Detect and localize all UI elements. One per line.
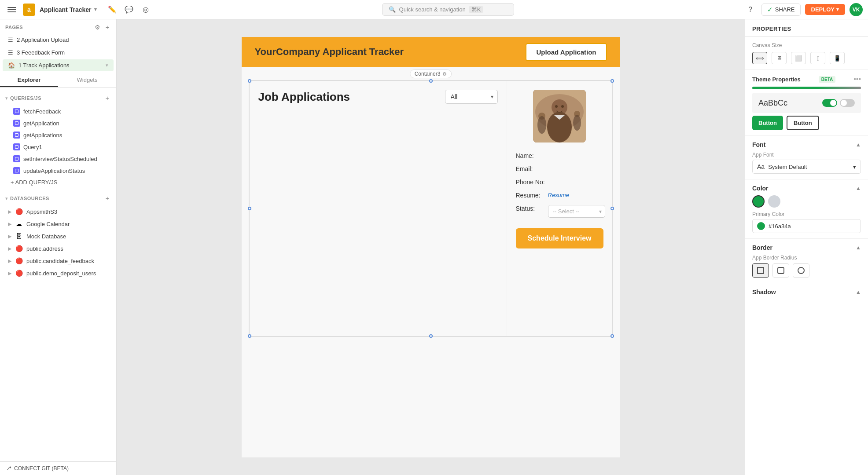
sidebar-item-application-upload[interactable]: ☰ 2 Application Upload	[3, 34, 114, 46]
resize-handle-top-left[interactable]	[248, 79, 251, 83]
query-item-fetchfeedback[interactable]: fetchFeedback	[3, 106, 114, 117]
border-section-header[interactable]: Border ▲	[752, 244, 861, 251]
pages-add-button[interactable]: +	[104, 23, 111, 32]
ds-label: public.address	[26, 245, 63, 252]
query-item-setinterviewstatus[interactable]: setInterviewStatusScheduled	[3, 153, 114, 164]
page-label: 3 Feeedback Form	[17, 49, 108, 56]
shadow-section-header[interactable]: Shadow ▲	[752, 289, 861, 296]
comment-button[interactable]: 💬	[122, 3, 136, 16]
ds-expand-icon: ▶	[8, 270, 11, 276]
shadow-section-title: Shadow	[752, 289, 776, 296]
resize-handle-top-right[interactable]	[611, 79, 614, 83]
canvas-size-fluid[interactable]: ⟺	[752, 52, 767, 64]
datasource-item-candidate-feedback[interactable]: ▶ 🔴 public.candidate_feedback	[0, 255, 116, 267]
help-button[interactable]: ?	[744, 3, 757, 16]
container3-settings-icon[interactable]: ⚙	[442, 71, 447, 77]
upload-application-button[interactable]: Upload Application	[526, 43, 607, 61]
datasource-item-demo-deposit[interactable]: ▶ 🔴 public.demo_deposit_users	[0, 267, 116, 279]
resume-link[interactable]: Resume	[548, 192, 569, 198]
canvas-size-mobile[interactable]: 📱	[830, 52, 845, 64]
status-select[interactable]: -- Select --	[548, 205, 605, 218]
primary-color-label: Primary Color	[752, 211, 861, 217]
theme-more-button[interactable]: •••	[853, 75, 861, 83]
theme-primary-button[interactable]: Button	[752, 116, 783, 130]
resize-handle-bottom-center[interactable]	[429, 334, 433, 338]
pages-actions: ⚙ +	[93, 23, 111, 32]
font-select[interactable]: Aa System Default ▾	[752, 160, 861, 174]
font-section-title: Font	[752, 141, 765, 148]
datasources-add-button[interactable]: +	[104, 194, 111, 203]
query-icon	[13, 155, 20, 162]
theme-outline-button[interactable]: Button	[787, 116, 819, 130]
ds-label: Mock Database	[26, 233, 66, 240]
tab-widgets[interactable]: Widgets	[58, 73, 116, 87]
ds-expand-icon: ▶	[8, 246, 11, 252]
status-label: Status:	[516, 205, 544, 212]
query-label: fetchFeedback	[23, 108, 61, 115]
border-radius-sharp[interactable]	[752, 263, 769, 278]
queries-collapse-icon: ▾	[5, 95, 8, 101]
color-swatches	[752, 195, 861, 208]
edit-mode-button[interactable]: ✏️	[106, 3, 119, 16]
query-item-updateapplicationstatus[interactable]: updateApplicationStatus	[3, 165, 114, 176]
font-section-header[interactable]: Font ▲	[752, 141, 861, 148]
border-radius-round[interactable]	[793, 263, 809, 278]
sidebar-item-feedback-form[interactable]: ☰ 3 Feeedback Form	[3, 47, 114, 58]
job-filter-select[interactable]: All	[445, 90, 498, 104]
share-button[interactable]: ✓ SHARE	[761, 4, 801, 16]
add-query-button[interactable]: + ADD QUERY/JS	[0, 177, 116, 188]
resize-handle-middle-left[interactable]	[248, 207, 251, 210]
datasource-item-mock-db[interactable]: ▶ 🗄 Mock Database	[0, 230, 116, 242]
theme-beta-badge: BETA	[819, 76, 835, 83]
border-radius-label: App Border Radius	[752, 255, 861, 261]
resize-handle-bottom-right[interactable]	[611, 334, 614, 338]
color-swatch-gray[interactable]	[768, 195, 780, 208]
schedule-interview-button[interactable]: Schedule Interview	[516, 228, 603, 248]
datasources-title-row[interactable]: ▾ DATASOURCES	[5, 196, 49, 201]
theme-toggle[interactable]	[822, 99, 837, 107]
color-swatch-green[interactable]	[752, 195, 765, 208]
queries-title-row[interactable]: ▾ QUERIES/JS	[5, 95, 41, 101]
pages-section-title: PAGES	[5, 25, 23, 30]
canvas-area: YourCompany Applicant Tracker Upload App…	[117, 19, 745, 475]
resize-handle-middle-right[interactable]	[611, 207, 614, 210]
query-item-getapplication[interactable]: getApplication	[3, 117, 114, 129]
resize-handle-bottom-left[interactable]	[248, 334, 251, 338]
query-item-query1[interactable]: Query1	[3, 141, 114, 153]
datasource-item-google-calendar[interactable]: ▶ ☁ Google Calendar	[0, 218, 116, 230]
name-field-row: Name:	[516, 152, 603, 159]
query-item-getapplications[interactable]: getApplications	[3, 129, 114, 141]
color-section-header[interactable]: Color ▲	[752, 185, 861, 192]
page-label: 2 Application Upload	[17, 37, 108, 43]
resize-handle-top-center[interactable]	[429, 79, 433, 83]
border-radius-medium[interactable]	[772, 263, 789, 278]
hamburger-menu-button[interactable]	[5, 3, 18, 16]
queries-add-button[interactable]: +	[104, 94, 111, 102]
canvas-size-tablet-landscape[interactable]: ⬜	[791, 52, 806, 64]
sidebar: PAGES ⚙ + ☰ 2 Application Upload ☰ 3 Fee…	[0, 19, 117, 475]
ds-icon-calendar: ☁	[15, 220, 23, 228]
add-query-label: + ADD QUERY/JS	[11, 179, 57, 186]
canvas-size-desktop[interactable]: 🖥	[772, 52, 787, 64]
deploy-label: DEPLOY	[811, 6, 835, 13]
app-right-panel: Name: Email: Phone No:	[507, 81, 612, 336]
search-bar[interactable]: 🔍 Quick search & navigation ⌘K	[382, 3, 514, 16]
query-icon	[13, 120, 20, 127]
toggle-row	[822, 99, 855, 107]
tab-explorer[interactable]: Explorer	[0, 73, 58, 87]
preview-button[interactable]: ◎	[139, 3, 152, 16]
query-label: Query1	[23, 144, 42, 150]
pages-settings-button[interactable]: ⚙	[93, 23, 102, 32]
theme-toggle-2[interactable]	[840, 99, 855, 107]
search-container: 🔍 Quick search & navigation ⌘K	[157, 3, 739, 16]
connect-git-button[interactable]: ⎇ CONNECT GIT (BETA)	[0, 461, 116, 475]
app-title-text: Applicant Tracker	[40, 6, 92, 13]
toggle-knob	[830, 100, 836, 106]
canvas-size-tablet-portrait[interactable]: ▯	[810, 52, 825, 64]
primary-color-row[interactable]: #16a34a	[752, 219, 861, 233]
datasource-item-public-address[interactable]: ▶ 🔴 public.address	[0, 242, 116, 255]
datasource-item-appsmithS3[interactable]: ▶ 🔴 AppsmithS3	[0, 205, 116, 218]
canvas-size-label: Canvas Size	[752, 42, 861, 48]
sidebar-item-track-applications[interactable]: 🏠 1 Track Applications ▾	[3, 59, 114, 71]
deploy-button[interactable]: DEPLOY ▾	[805, 4, 845, 15]
